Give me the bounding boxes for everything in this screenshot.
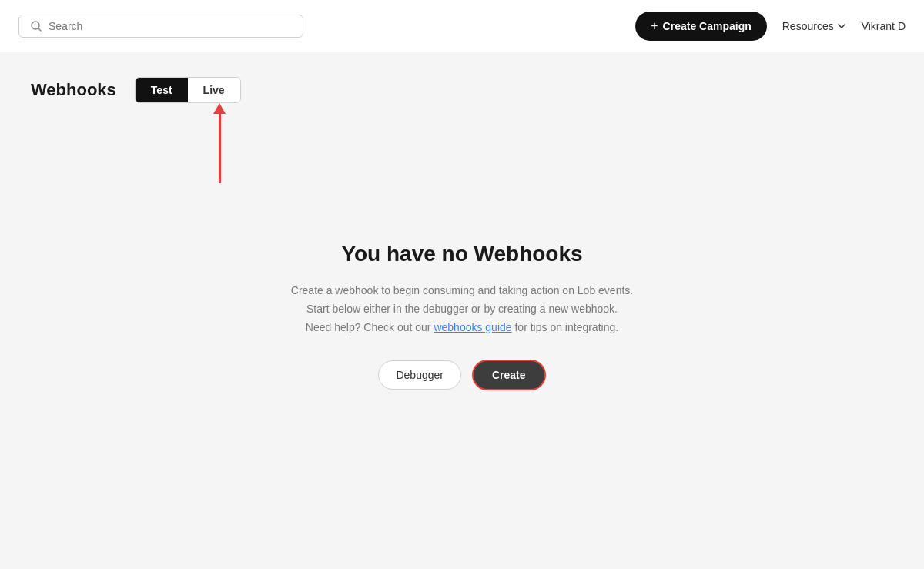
- arrow-line: [219, 114, 221, 183]
- create-campaign-label: Create Campaign: [663, 20, 752, 32]
- chevron-down-icon: [837, 22, 846, 31]
- empty-state-title: You have no Webhooks: [341, 242, 582, 266]
- webhooks-guide-link[interactable]: webhooks guide: [434, 321, 511, 333]
- page-header: Webhooks Test Live: [31, 77, 893, 103]
- tab-group: Test Live: [135, 77, 241, 103]
- resources-label: Resources: [782, 20, 834, 32]
- create-campaign-button[interactable]: + Create Campaign: [635, 12, 767, 41]
- desc-line2: Start below either in the debugger or by…: [306, 303, 618, 315]
- create-button[interactable]: Create: [472, 360, 546, 390]
- search-icon: [30, 20, 42, 32]
- main-content: Webhooks Test Live You have no Webhooks …: [0, 52, 924, 477]
- desc-line1: Create a webhook to begin consuming and …: [291, 284, 633, 296]
- arrow-head: [213, 103, 226, 114]
- app-header: + Create Campaign Resources Vikrant D: [0, 0, 924, 52]
- svg-line-1: [38, 28, 42, 31]
- user-name: Vikrant D: [862, 20, 906, 32]
- desc-line3-pre: Need help? Check out our: [306, 321, 434, 333]
- header-right: + Create Campaign Resources Vikrant D: [635, 12, 906, 41]
- search-input[interactable]: [49, 20, 292, 32]
- page-title: Webhooks: [31, 80, 116, 100]
- header-left: [18, 15, 635, 38]
- tab-test[interactable]: Test: [136, 78, 188, 102]
- annotation-area: [196, 103, 893, 196]
- search-box[interactable]: [18, 15, 303, 38]
- plus-icon: +: [651, 19, 658, 33]
- resources-button[interactable]: Resources: [782, 20, 846, 32]
- empty-state-description: Create a webhook to begin consuming and …: [291, 282, 633, 336]
- empty-state: You have no Webhooks Create a webhook to…: [31, 196, 893, 452]
- red-arrow: [213, 103, 226, 183]
- action-buttons: Debugger Create: [378, 360, 545, 390]
- desc-line3-post: for tips on integrating.: [512, 321, 619, 333]
- debugger-button[interactable]: Debugger: [378, 360, 461, 390]
- tab-live[interactable]: Live: [188, 78, 240, 102]
